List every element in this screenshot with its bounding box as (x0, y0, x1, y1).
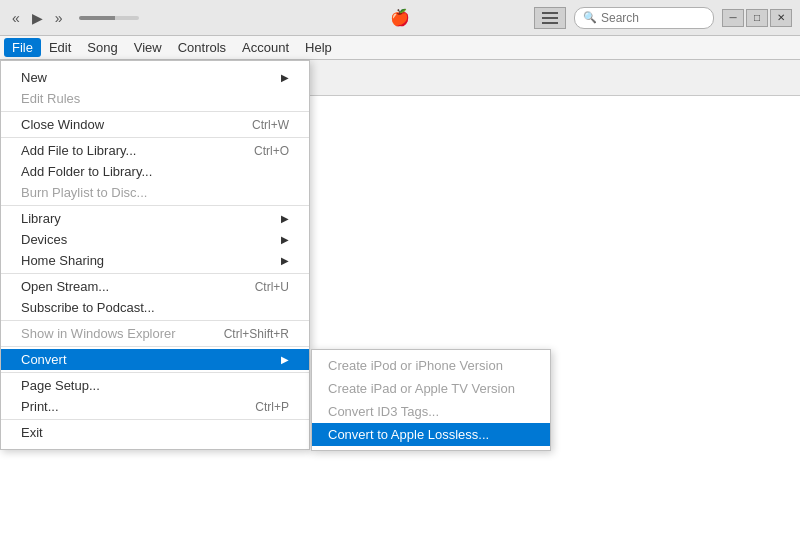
rewind-button[interactable]: « (8, 8, 24, 28)
menu-convert-lossless[interactable]: Convert to Apple Lossless... (312, 423, 550, 446)
menu-group-5: Open Stream... Ctrl+U Subscribe to Podca… (1, 274, 309, 321)
menu-bar: File Edit Song View Controls Account Hel… (0, 36, 800, 60)
menu-file[interactable]: File (4, 38, 41, 57)
menu-group-9: Exit (1, 420, 309, 445)
menu-exit[interactable]: Exit (1, 422, 309, 443)
menu-edit-rules: Edit Rules (1, 88, 309, 109)
menu-account[interactable]: Account (234, 38, 297, 57)
volume-slider[interactable] (79, 16, 139, 20)
svg-rect-1 (542, 17, 558, 19)
menu-home-sharing[interactable]: Home Sharing ▶ (1, 250, 309, 271)
menu-close-window[interactable]: Close Window Ctrl+W (1, 114, 309, 135)
menu-group-6: Show in Windows Explorer Ctrl+Shift+R (1, 321, 309, 347)
close-button[interactable]: ✕ (770, 9, 792, 27)
forward-button[interactable]: » (51, 8, 67, 28)
search-icon: 🔍 (583, 11, 597, 24)
menu-group-2: Close Window Ctrl+W (1, 112, 309, 138)
transport-controls: « ▶ » (8, 8, 139, 28)
menu-group-4: Library ▶ Devices ▶ Home Sharing ▶ (1, 206, 309, 274)
menu-group-8: Page Setup... Print... Ctrl+P (1, 373, 309, 420)
menu-create-ipod: Create iPod or iPhone Version (312, 354, 550, 377)
search-box[interactable]: 🔍 (574, 7, 714, 29)
menu-edit[interactable]: Edit (41, 38, 79, 57)
menu-page-setup[interactable]: Page Setup... (1, 375, 309, 396)
menu-library[interactable]: Library ▶ (1, 208, 309, 229)
list-view-button[interactable] (534, 7, 566, 29)
window-controls: ─ □ ✕ (722, 9, 792, 27)
play-button[interactable]: ▶ (28, 8, 47, 28)
menu-view[interactable]: View (126, 38, 170, 57)
menu-add-file[interactable]: Add File to Library... Ctrl+O (1, 140, 309, 161)
minimize-button[interactable]: ─ (722, 9, 744, 27)
menu-song[interactable]: Song (79, 38, 125, 57)
menu-burn-playlist: Burn Playlist to Disc... (1, 182, 309, 203)
menu-subscribe-podcast[interactable]: Subscribe to Podcast... (1, 297, 309, 318)
menu-devices[interactable]: Devices ▶ (1, 229, 309, 250)
svg-rect-2 (542, 22, 558, 24)
convert-submenu: Create iPod or iPhone Version Create iPa… (311, 349, 551, 451)
menu-open-stream[interactable]: Open Stream... Ctrl+U (1, 276, 309, 297)
menu-new[interactable]: New ▶ (1, 67, 309, 88)
menu-show-explorer: Show in Windows Explorer Ctrl+Shift+R (1, 323, 309, 344)
title-bar-right: 🔍 ─ □ ✕ (534, 7, 792, 29)
menu-help[interactable]: Help (297, 38, 340, 57)
menu-add-folder[interactable]: Add Folder to Library... (1, 161, 309, 182)
menu-group-1: New ▶ Edit Rules (1, 65, 309, 112)
search-input[interactable] (601, 11, 705, 25)
menu-group-7: Convert ▶ Create iPod or iPhone Version … (1, 347, 309, 373)
menu-convert[interactable]: Convert ▶ (1, 349, 309, 370)
menu-group-3: Add File to Library... Ctrl+O Add Folder… (1, 138, 309, 206)
title-bar: « ▶ » 🍎 🔍 ─ □ ✕ (0, 0, 800, 36)
menu-create-ipad: Create iPad or Apple TV Version (312, 377, 550, 400)
file-menu-panel: New ▶ Edit Rules Close Window Ctrl+W Add… (0, 60, 310, 450)
svg-rect-0 (542, 12, 558, 14)
menu-controls[interactable]: Controls (170, 38, 234, 57)
menu-print[interactable]: Print... Ctrl+P (1, 396, 309, 417)
file-menu-dropdown: New ▶ Edit Rules Close Window Ctrl+W Add… (0, 60, 310, 450)
convert-row-wrapper: Convert ▶ Create iPod or iPhone Version … (1, 349, 309, 370)
menu-convert-id3: Convert ID3 Tags... (312, 400, 550, 423)
maximize-button[interactable]: □ (746, 9, 768, 27)
apple-logo: 🍎 (390, 8, 410, 27)
